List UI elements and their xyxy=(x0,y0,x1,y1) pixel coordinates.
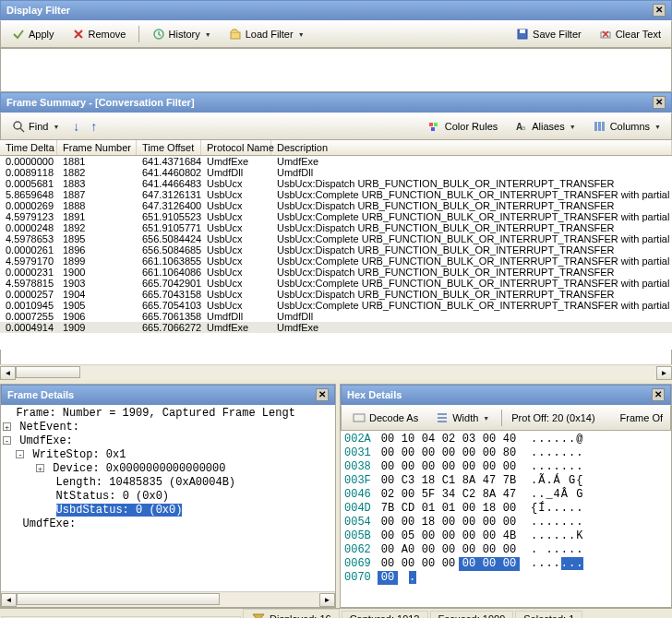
separator xyxy=(501,410,502,426)
col-frame-number[interactable]: Frame Number xyxy=(57,140,137,155)
collapse-icon[interactable]: - xyxy=(3,436,11,445)
history-button[interactable]: History ▼ xyxy=(145,24,218,44)
prot-off-label: Prot Off: 20 (0x14) xyxy=(508,412,598,423)
scroll-right-icon[interactable]: ► xyxy=(319,593,335,607)
svg-rect-14 xyxy=(354,414,365,422)
table-row[interactable]: 5.86596481887647.3126131UsbUcxUsbUcx:Com… xyxy=(0,189,672,200)
selected-tree-node[interactable]: UsbdStatus: 0 (0x0) xyxy=(56,504,183,517)
hex-row[interactable]: 005400001800000000....... xyxy=(344,516,667,529)
close-icon[interactable]: ✕ xyxy=(653,96,666,109)
tree-line: - WriteStop: 0x1 xyxy=(3,448,333,462)
tree-line: - UmdfExe: xyxy=(3,434,333,448)
separator xyxy=(138,26,139,42)
horizontal-scrollbar[interactable]: ◄ ► xyxy=(1,591,335,607)
hex-details-title-bar: Hex Details ✕ xyxy=(341,385,671,405)
arrow-down-icon[interactable]: ↓ xyxy=(69,119,83,134)
horizontal-scrollbar[interactable]: ◄ ► xyxy=(0,364,672,380)
load-filter-label: Load Filter xyxy=(246,29,294,40)
frame-summary-toolbar: Find ▼ ↓ ↑ Color Rules Aa Aliases ▼ Colu… xyxy=(0,113,672,140)
find-button[interactable]: Find ▼ xyxy=(5,116,66,137)
clear-text-button[interactable]: Clear Text xyxy=(592,24,667,44)
table-row[interactable]: 0.00072551906665.7061358UmdfDllUmdfDll xyxy=(0,311,672,322)
frame-summary-title: Frame Summary - [Conversation Filter] xyxy=(6,97,195,108)
col-time-offset[interactable]: Time Offset xyxy=(137,140,201,155)
table-row[interactable]: 0.00002311900661.1064086UsbUcxUsbUcx:Dis… xyxy=(0,267,672,278)
width-button[interactable]: Width ▼ xyxy=(428,408,496,428)
table-row[interactable]: 4.59786531895656.5084424UsbUcxUsbUcx:Com… xyxy=(0,233,672,244)
table-row[interactable]: 4.59788151903665.7042901UsbUcxUsbUcx:Com… xyxy=(0,278,672,289)
clear-text-label: Clear Text xyxy=(616,29,661,40)
display-filter-toolbar: Apply Remove History ▼ Load Filter ▼ Sav… xyxy=(0,20,672,48)
scroll-thumb[interactable] xyxy=(17,593,220,605)
col-description[interactable]: Description xyxy=(271,140,672,155)
filter-text-area[interactable] xyxy=(0,48,672,92)
load-filter-button[interactable]: Load Filter ▼ xyxy=(222,24,311,44)
hex-row[interactable]: 006200A00000000000. ..... xyxy=(344,543,667,557)
apply-label: Apply xyxy=(29,29,54,40)
hex-row[interactable]: 003100000000000080....... xyxy=(344,446,667,460)
status-bar: Displayed: 16 Captured: 1912 Focused: 19… xyxy=(0,608,672,618)
arrow-up-icon[interactable]: ↑ xyxy=(87,119,101,134)
color-rules-button[interactable]: Color Rules xyxy=(421,116,504,137)
hex-details-title: Hex Details xyxy=(347,389,402,400)
scroll-left-icon[interactable]: ◄ xyxy=(0,366,16,380)
filter-icon xyxy=(251,612,266,618)
color-rules-icon xyxy=(427,119,442,134)
expand-icon[interactable]: + xyxy=(36,464,44,472)
save-icon xyxy=(515,27,530,42)
width-label: Width xyxy=(452,412,478,423)
aliases-label: Aliases xyxy=(532,121,564,132)
hex-row[interactable]: 002A00100402030040......@ xyxy=(344,433,667,446)
hex-row[interactable]: 004D7BCD0101001800{Í..... xyxy=(344,502,667,516)
color-rules-label: Color Rules xyxy=(445,121,498,132)
chevron-down-icon: ▼ xyxy=(570,124,576,130)
table-row[interactable]: 0.00109451905665.7054103UsbUcxUsbUcx:Com… xyxy=(0,300,672,311)
col-time-delta[interactable]: Time Delta xyxy=(0,140,57,155)
table-row[interactable]: 0.00049141909665.7066272UmdfExeUmdfExe xyxy=(0,322,672,333)
aliases-button[interactable]: Aa Aliases ▼ xyxy=(508,116,582,137)
hex-dump[interactable]: 002A00100402030040......@003100000000000… xyxy=(341,431,671,607)
apply-button[interactable]: Apply xyxy=(5,24,61,44)
col-protocol-name[interactable]: Protocol Name xyxy=(201,140,271,155)
scroll-thumb[interactable] xyxy=(16,366,80,378)
expand-icon[interactable]: + xyxy=(3,422,11,431)
close-icon[interactable]: ✕ xyxy=(316,388,329,401)
display-filter-title-bar: Display Filter ✕ xyxy=(0,0,672,20)
tree-line: Length: 10485835 (0xA0004B) xyxy=(3,476,333,490)
decode-as-button[interactable]: Decode As xyxy=(345,408,425,428)
close-icon[interactable]: ✕ xyxy=(653,4,666,17)
tree-line: UmdfExe: xyxy=(3,517,333,531)
tree-line: Frame: Number = 1909, Captured Frame Len… xyxy=(3,407,333,421)
history-icon xyxy=(151,27,166,42)
frame-details-tree[interactable]: Frame: Number = 1909, Captured Frame Len… xyxy=(1,405,335,591)
save-filter-button[interactable]: Save Filter xyxy=(509,24,588,44)
remove-button[interactable]: Remove xyxy=(65,24,133,44)
grid-body[interactable]: 0.00000001881641.4371684UmdfExeUmdfExe0.… xyxy=(0,156,672,350)
find-icon xyxy=(11,119,26,134)
close-icon[interactable]: ✕ xyxy=(652,388,665,401)
hex-row[interactable]: 005B0005000000004B......K xyxy=(344,529,667,543)
scroll-right-icon[interactable]: ► xyxy=(656,366,672,380)
svg-rect-6 xyxy=(429,123,433,126)
table-row[interactable]: 0.00000001881641.4371684UmdfExeUmdfExe xyxy=(0,156,672,167)
history-label: History xyxy=(169,29,200,40)
hex-row[interactable]: 003800000000000000....... xyxy=(344,460,667,474)
table-row[interactable]: 0.00002611896656.5084685UsbUcxUsbUcx:Dis… xyxy=(0,244,672,256)
chevron-down-icon: ▼ xyxy=(205,31,211,38)
table-row[interactable]: 0.00056811883641.4466483UsbUcxUsbUcx:Dis… xyxy=(0,178,672,189)
hex-row[interactable]: 004602005F34C28A47.._4Â G xyxy=(344,488,667,502)
table-row[interactable]: 0.00002571904665.7043158UsbUcxUsbUcx:Dis… xyxy=(0,289,672,300)
hex-row[interactable]: 006900000000000000....... xyxy=(344,557,667,571)
table-row[interactable]: 4.59791701899661.1063855UsbUcxUsbUcx:Com… xyxy=(0,256,672,267)
hex-row[interactable]: 003F00C318C18A477B.Ã.Á G{ xyxy=(344,474,667,488)
svg-rect-8 xyxy=(431,127,435,131)
table-row[interactable]: 0.00002691888647.3126400UsbUcxUsbUcx:Dis… xyxy=(0,200,672,211)
svg-rect-12 xyxy=(598,122,601,131)
table-row[interactable]: 4.59791231891651.9105523UsbUcxUsbUcx:Com… xyxy=(0,211,672,222)
collapse-icon[interactable]: - xyxy=(16,450,24,458)
table-row[interactable]: 0.00002481892651.9105771UsbUcxUsbUcx:Dis… xyxy=(0,222,672,233)
table-row[interactable]: 0.00891181882641.4460802UmdfDllUmdfDll xyxy=(0,167,672,178)
hex-row[interactable]: 007000. xyxy=(344,571,667,585)
scroll-left-icon[interactable]: ◄ xyxy=(1,593,17,607)
columns-button[interactable]: Columns ▼ xyxy=(586,116,667,137)
